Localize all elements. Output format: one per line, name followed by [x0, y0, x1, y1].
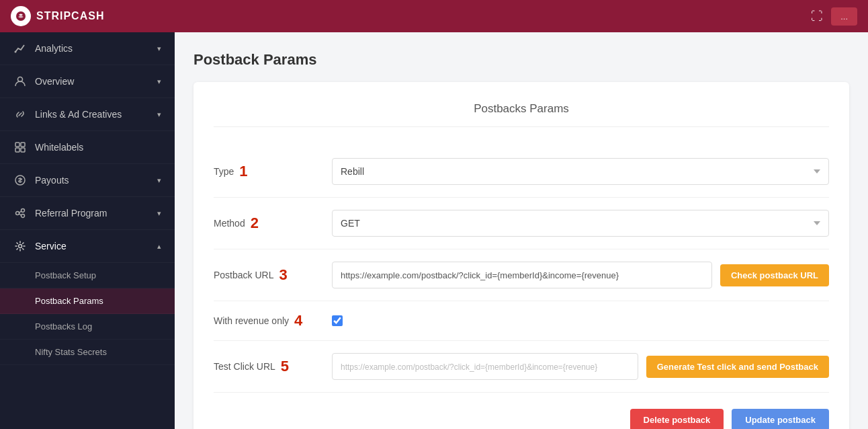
method-select[interactable]: GET POST — [332, 210, 829, 237]
topbar-right: ⛶ ... — [811, 7, 857, 26]
revenue-only-checkbox[interactable] — [332, 315, 343, 326]
svg-point-10 — [21, 214, 25, 218]
topbar-action-button[interactable]: ... — [831, 7, 857, 26]
chevron-service: ▴ — [157, 242, 161, 251]
sidebar-item-referral[interactable]: Referral Program ▾ — [0, 197, 175, 230]
method-control-area: GET POST — [332, 210, 829, 237]
form-actions: Delete postback Update postback — [214, 409, 829, 429]
sidebar-label-analytics: Analytics — [35, 43, 149, 54]
svg-point-1 — [15, 51, 17, 53]
delete-postback-button[interactable]: Delete postback — [630, 409, 724, 429]
svg-rect-4 — [21, 143, 25, 147]
user-icon — [13, 75, 27, 88]
test-click-label-area: Test Click URL 5 — [214, 359, 321, 374]
test-click-step: 5 — [281, 359, 289, 374]
chevron-payouts: ▾ — [157, 176, 161, 185]
svg-rect-5 — [15, 148, 19, 152]
sidebar: Analytics ▾ Overview ▾ Li — [0, 32, 175, 429]
test-click-control-area: Generate Test click and send Postback — [332, 353, 829, 380]
grid-icon — [13, 141, 27, 154]
topbar: STRIPCASH ⛶ ... — [0, 0, 868, 32]
svg-rect-3 — [15, 143, 19, 147]
sidebar-label-referral: Referral Program — [35, 208, 149, 219]
update-postback-button[interactable]: Update postback — [732, 409, 829, 429]
sidebar-subitem-postbacks-log[interactable]: Postbacks Log — [0, 314, 175, 340]
method-label: Method — [214, 218, 245, 229]
referral-icon — [13, 206, 27, 220]
method-step: 2 — [251, 216, 259, 231]
sidebar-item-service[interactable]: Service ▴ — [0, 230, 175, 263]
sidebar-item-analytics[interactable]: Analytics ▾ — [0, 32, 175, 65]
form-row-postback-url: Postback URL 3 Check postback URL — [214, 249, 829, 301]
sidebar-label-whitelabels: Whitelabels — [35, 142, 161, 153]
main-layout: Analytics ▾ Overview ▾ Li — [0, 32, 868, 429]
postback-url-control-area: Check postback URL — [332, 262, 829, 288]
sidebar-item-whitelabels[interactable]: Whitelabels — [0, 131, 175, 164]
sidebar-item-links[interactable]: Links & Ad Creatives ▾ — [0, 98, 175, 131]
gear-icon — [13, 239, 27, 253]
logo-icon — [11, 6, 31, 26]
sidebar-item-payouts[interactable]: Payouts ▾ — [0, 164, 175, 197]
revenue-only-label-area: With revenue only 4 — [214, 313, 321, 328]
dollar-icon — [13, 173, 27, 187]
chevron-links: ▾ — [157, 110, 161, 119]
expand-icon[interactable]: ⛶ — [811, 9, 823, 24]
svg-point-9 — [21, 209, 25, 212]
generate-postback-button[interactable]: Generate Test click and send Postback — [646, 356, 829, 378]
revenue-only-step: 4 — [294, 313, 302, 328]
type-step: 1 — [239, 164, 247, 179]
logo-area: STRIPCASH — [11, 6, 104, 26]
revenue-only-label: With revenue only — [214, 315, 289, 326]
svg-point-8 — [16, 212, 19, 215]
chart-icon — [13, 42, 27, 55]
chevron-overview: ▾ — [157, 77, 161, 86]
revenue-only-control-area — [332, 314, 829, 327]
postback-url-step: 3 — [279, 268, 287, 282]
type-select[interactable]: Rebill Sale Chargeback Refund — [332, 158, 829, 185]
postback-url-input[interactable] — [332, 262, 712, 288]
check-postback-url-button[interactable]: Check postback URL — [720, 264, 829, 286]
postback-url-label-area: Postback URL 3 — [214, 268, 321, 282]
page-title: Postback Params — [193, 51, 849, 69]
sidebar-subitem-nifty-stats[interactable]: Nifty Stats Secrets — [0, 340, 175, 365]
sidebar-label-payouts: Payouts — [35, 175, 149, 186]
chevron-analytics: ▾ — [157, 44, 161, 53]
method-label-area: Method 2 — [214, 216, 321, 231]
postback-params-card: Postbacks Params Type 1 Rebill Sale Char… — [193, 82, 849, 429]
chevron-referral: ▾ — [157, 209, 161, 218]
svg-rect-6 — [21, 148, 25, 152]
sidebar-subitem-postback-params[interactable]: Postback Params — [0, 288, 175, 314]
type-label: Type — [214, 166, 234, 177]
test-click-url-input[interactable] — [332, 353, 638, 380]
revenue-only-checkbox-wrapper[interactable] — [332, 314, 345, 327]
form-row-method: Method 2 GET POST — [214, 198, 829, 249]
sidebar-label-overview: Overview — [35, 76, 149, 87]
app-name: STRIPCASH — [36, 10, 104, 22]
sidebar-label-links: Links & Ad Creatives — [35, 109, 149, 120]
svg-point-11 — [19, 245, 22, 248]
card-title: Postbacks Params — [214, 102, 829, 127]
sidebar-label-service: Service — [35, 241, 149, 251]
type-label-area: Type 1 — [214, 164, 321, 179]
type-control-area: Rebill Sale Chargeback Refund — [332, 158, 829, 185]
sidebar-subitem-postback-setup[interactable]: Postback Setup — [0, 263, 175, 288]
main-content: Postback Params Postbacks Params Type 1 … — [175, 32, 868, 429]
sidebar-item-overview[interactable]: Overview ▾ — [0, 65, 175, 98]
postback-url-label: Postback URL — [214, 270, 273, 280]
form-row-revenue-only: With revenue only 4 — [214, 301, 829, 341]
form-row-test-click: Test Click URL 5 Generate Test click and… — [214, 341, 829, 393]
form-row-type: Type 1 Rebill Sale Chargeback Refund — [214, 146, 829, 198]
link-icon — [13, 108, 27, 121]
test-click-label: Test Click URL — [214, 361, 275, 372]
